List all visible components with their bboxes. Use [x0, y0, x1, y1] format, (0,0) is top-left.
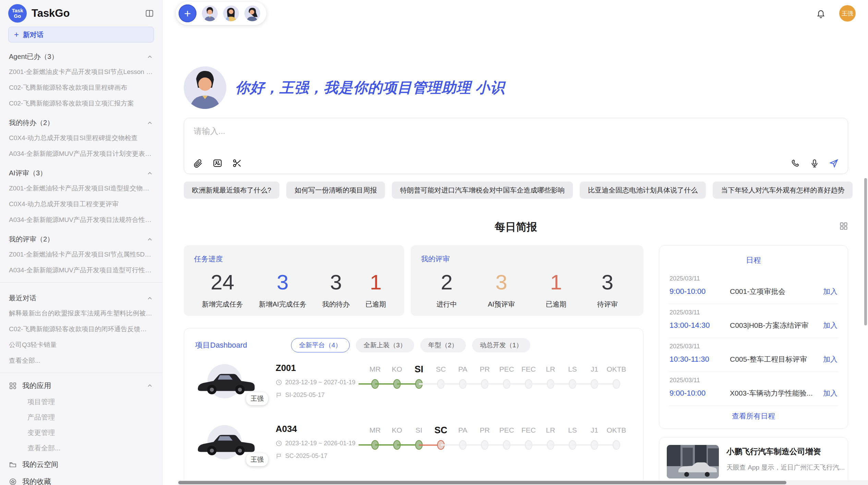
schedule-name: C001-立项审批会: [730, 287, 785, 296]
project-dashboard-card: 项目Dashboard 全新平台（4） 全新上装（3） 年型（2） 动总开发（1…: [184, 328, 643, 485]
schedule-item: 2025/03/11 9:00-10:00 X003-车辆动力学性能验... 加…: [669, 372, 838, 406]
send-icon[interactable]: [829, 158, 839, 168]
recent-chat-item[interactable]: 公司Q3轻卡销量: [8, 337, 154, 353]
project-row[interactable]: 王强 Z001 2023-12-19 ~ 2027-01-19: [195, 362, 632, 413]
logo-text-top: Task: [12, 8, 23, 14]
chevron-up-icon[interactable]: [146, 120, 153, 126]
scissors-icon[interactable]: [232, 158, 242, 168]
tab-all-new-platform[interactable]: 全新平台（4）: [291, 338, 350, 352]
briefing-title: 每日简报: [495, 221, 537, 233]
sidebar-item[interactable]: A034-全新新能源MUV产品开发项目法规符合性评审: [8, 212, 154, 228]
tab-model-year[interactable]: 年型（2）: [420, 338, 466, 352]
right-column: 日程 2025/03/11 9:00-10:00 C001-立项审批会 加入 2…: [659, 245, 848, 485]
agent-avatar[interactable]: [244, 5, 260, 21]
group-header-ai-review[interactable]: AI评审（3）: [8, 162, 154, 181]
composer: [184, 118, 848, 174]
join-link[interactable]: 加入: [819, 321, 837, 330]
project-row[interactable]: 王强 A034 2023-12-19 ~ 2026-01-19: [195, 423, 632, 474]
sidebar-item-my-apps[interactable]: 我的应用: [8, 377, 154, 394]
flag-icon: [276, 453, 282, 459]
sidebar-item[interactable]: C02-飞腾新能源轻客改款项目立项汇报方案: [8, 96, 154, 111]
recent-chat-item[interactable]: C02-飞腾新能源轻客改款项目的闭环通告反馈情况: [8, 321, 154, 337]
sidebar-item[interactable]: A034-全新新能源MUV产品开发项目计划变更表编写: [8, 146, 154, 162]
sidebar-item[interactable]: C02-飞腾新能源轻客改款项目里程碑画布: [8, 80, 154, 96]
sidebar-item[interactable]: C0X4-动力总成开发项目SI里程碑提交物检查: [8, 130, 154, 146]
chevron-up-icon[interactable]: [146, 382, 153, 389]
news-card[interactable]: 小鹏飞行汽车制造公司增资 天眼查 App 显示，近日广州汇天飞行汽...: [659, 437, 848, 485]
group-header-recent-chats[interactable]: 最近对话: [8, 287, 154, 306]
suggestion-chip[interactable]: 比亚迪全固态电池计划具体说了什么: [580, 182, 706, 199]
sidebar-item[interactable]: C0X4-动力总成开发项目工程变更评审: [8, 196, 154, 212]
phone-icon[interactable]: [791, 159, 800, 168]
user-avatar[interactable]: 王强: [839, 5, 856, 22]
join-link[interactable]: 加入: [819, 355, 837, 364]
horizontal-scrollbar[interactable]: [178, 480, 868, 485]
group-header-agent-done[interactable]: Agent已办（3）: [8, 45, 154, 64]
cloud-space-label: 我的云空间: [22, 460, 58, 469]
milestone-dot: [605, 437, 627, 453]
view-all-schedules-link[interactable]: 查看所有日程: [669, 406, 838, 421]
stat: 1已逾期: [546, 270, 566, 309]
tab-all-new-body[interactable]: 全新上装（3）: [356, 338, 414, 352]
briefing-body: 任务进度 24新增完成任务 3新增AI完成任务 3我的待办 1已逾期 我的评审: [184, 245, 848, 485]
group-header-my-review[interactable]: 我的评审（2）: [8, 228, 154, 247]
news-text: 小鹏飞行汽车制造公司增资 天眼查 App 显示，近日广州汇天飞行汽...: [726, 445, 845, 478]
chat-input[interactable]: [194, 126, 838, 136]
clock-icon: [276, 440, 282, 447]
new-chat-label: 新对话: [23, 30, 44, 39]
app-title: TaskGo: [32, 7, 70, 20]
suggestion-chip[interactable]: 当下年轻人对汽车外观有怎样的喜好趋势: [713, 182, 853, 199]
suggestion-chip[interactable]: 如何写一份清晰的项目周报: [286, 182, 385, 199]
chevron-up-icon[interactable]: [146, 53, 153, 60]
suggestion-chip[interactable]: 欧洲新规最近颁布了什么?: [184, 182, 279, 199]
recent-chat-item[interactable]: 解释最新出台的欧盟报废车法规再生塑料比例被调至15%...: [8, 306, 154, 321]
sidebar-item[interactable]: Z001-全新燃油轻卡产品开发项目SI节点属性5D文件评审: [8, 247, 154, 262]
sidebar-item[interactable]: Z001-全新燃油皮卡产品开发项目SI节点Lesson Learn报告: [8, 64, 154, 80]
sidebar-item[interactable]: Z001-全新燃油轻卡产品开发项目SI造型提交物评审: [8, 181, 154, 196]
car-image: [195, 431, 255, 457]
project-dates: 2023-12-19 ~ 2027-01-19: [276, 379, 364, 386]
group-header-my-todo[interactable]: 我的待办（2）: [8, 111, 154, 130]
schedule-date: 2025/03/11: [670, 275, 837, 282]
chevron-up-icon[interactable]: [146, 295, 153, 302]
group-title: 最近对话: [9, 294, 36, 303]
sidebar-collapse-icon[interactable]: [145, 9, 154, 18]
notification-bell-icon[interactable]: [816, 9, 825, 18]
tab-powertrain-dev[interactable]: 动总开发（1）: [472, 338, 531, 352]
owner-badge: 王强: [246, 453, 268, 466]
grid-icon: [9, 382, 17, 390]
task-progress-card: 任务进度 24新增完成任务 3新增AI完成任务 3我的待办 1已逾期: [184, 245, 404, 316]
new-chat-button[interactable]: + 新对话: [8, 27, 154, 42]
apps-view-all[interactable]: 查看全部...: [8, 440, 154, 456]
scrollbar-thumb[interactable]: [178, 481, 786, 484]
clock-icon: [276, 379, 282, 386]
vertical-scrollbar[interactable]: [864, 178, 867, 325]
milestone-track: MR KO SI SC PA PR PEC FEC LR LS J1: [364, 423, 632, 453]
stat: 3AI预评审: [488, 270, 515, 309]
chevron-up-icon[interactable]: [146, 236, 153, 243]
schedule-name: C003|H0B-方案冻结评审: [730, 321, 809, 330]
dashboard-title: 项目Dashboard: [195, 340, 291, 350]
app-root: Task Go TaskGo + 新对话 Agent已办（3） Z001-全新燃…: [0, 0, 868, 485]
group-title: Agent已办（3）: [9, 52, 58, 61]
sidebar-item-cloud-space[interactable]: 我的云空间: [8, 456, 154, 473]
project-flag-date: SI-2025-05-17: [276, 391, 364, 399]
suggestion-chip[interactable]: 特朗普可能对进口汽车增税会对中国车企造成哪些影响: [392, 182, 573, 199]
logo-text-bottom: Go: [14, 13, 21, 19]
chevron-up-icon[interactable]: [146, 170, 153, 177]
agent-avatar[interactable]: [202, 5, 218, 21]
app-item-product-mgmt[interactable]: 产品管理: [8, 410, 154, 425]
attachment-icon[interactable]: [193, 158, 203, 168]
join-link[interactable]: 加入: [819, 388, 837, 398]
join-link[interactable]: 加入: [819, 287, 837, 296]
app-item-project-mgmt[interactable]: 项目管理: [8, 394, 154, 410]
add-agent-button[interactable]: +: [179, 4, 196, 22]
microphone-icon[interactable]: [810, 159, 819, 168]
image-icon[interactable]: [213, 158, 222, 168]
sidebar-item-favorites[interactable]: 我的收藏: [8, 473, 154, 485]
sidebar-item[interactable]: A034-全新新能源MUV产品开发项目造型可行性评审: [8, 262, 154, 278]
agent-avatar[interactable]: [223, 5, 239, 21]
app-item-change-mgmt[interactable]: 变更管理: [8, 425, 154, 440]
recent-view-all[interactable]: 查看全部...: [8, 353, 154, 369]
layout-grid-icon[interactable]: [839, 221, 848, 231]
